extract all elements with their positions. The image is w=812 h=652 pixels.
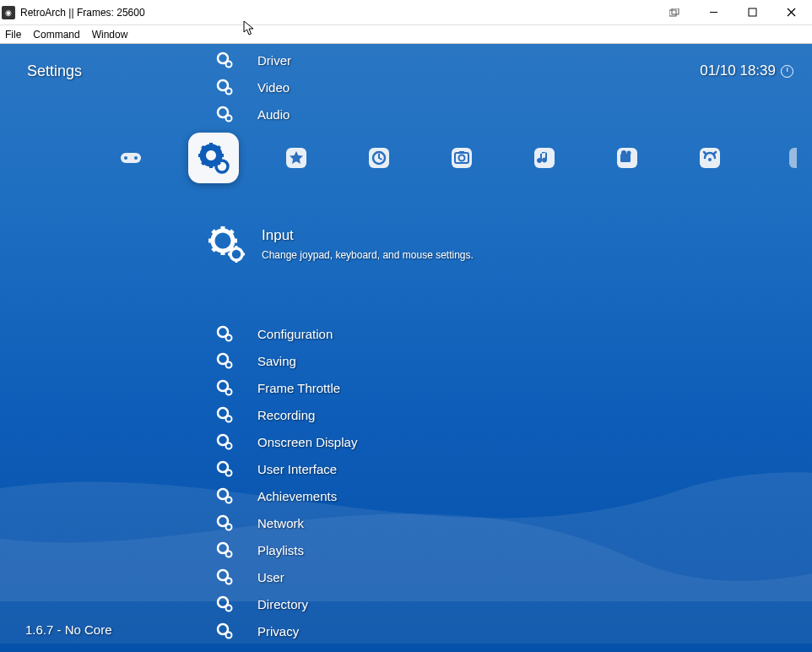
- svg-point-39: [226, 89, 232, 95]
- menu-item-onscreen-display[interactable]: Onscreen Display: [215, 431, 357, 453]
- svg-point-73: [226, 551, 232, 557]
- menu-item-label: User: [257, 570, 284, 584]
- svg-rect-45: [208, 239, 214, 243]
- gear-icon: [215, 405, 234, 424]
- svg-point-41: [226, 116, 232, 122]
- menu-item-video[interactable]: Video: [215, 76, 291, 98]
- svg-point-75: [226, 579, 232, 584]
- svg-point-59: [226, 362, 232, 368]
- gear-icon: [215, 78, 234, 96]
- tab-favorites[interactable]: [284, 145, 309, 171]
- svg-rect-54: [228, 253, 231, 256]
- svg-point-51: [230, 248, 242, 260]
- svg-rect-52: [235, 246, 238, 249]
- menu-item-label: Audio: [257, 107, 290, 122]
- menu-item-label: User Interface: [257, 462, 337, 476]
- menu-item-label: Achievements: [257, 489, 337, 503]
- settings-list-above: Driver Video Audio: [215, 49, 291, 125]
- gear-icon: [215, 51, 234, 69]
- svg-rect-27: [459, 151, 464, 154]
- tab-row: [118, 145, 805, 171]
- menu-item-configuration[interactable]: Configuration: [215, 323, 357, 345]
- app-icon: ◉: [2, 6, 15, 19]
- tab-music[interactable]: [532, 145, 557, 171]
- menu-item-frame-throttle[interactable]: Frame Throttle: [215, 377, 357, 399]
- svg-rect-6: [121, 153, 141, 163]
- menu-item-privacy[interactable]: Privacy: [215, 620, 357, 642]
- tab-settings[interactable]: [188, 133, 239, 183]
- svg-rect-55: [241, 253, 245, 256]
- menu-item-network[interactable]: Network: [215, 512, 357, 534]
- version-text: 1.6.7 - No Core: [25, 622, 112, 637]
- svg-point-37: [226, 62, 232, 68]
- close-button[interactable]: [771, 0, 810, 25]
- menu-item-saving[interactable]: Saving: [215, 350, 357, 372]
- gear-icon: [215, 432, 234, 451]
- tab-images[interactable]: [449, 145, 474, 171]
- menu-item-directory[interactable]: Directory: [215, 593, 357, 615]
- menu-item-label: Playlists: [257, 543, 304, 557]
- menu-item-label: Video: [257, 80, 290, 95]
- selected-item-title: Input: [262, 227, 474, 244]
- svg-point-69: [226, 497, 232, 503]
- svg-rect-44: [221, 250, 225, 255]
- tab-netplay[interactable]: [697, 145, 723, 171]
- svg-rect-11: [209, 143, 213, 147]
- svg-point-65: [226, 443, 232, 449]
- tab-main-menu[interactable]: [118, 145, 143, 171]
- menu-item-driver[interactable]: Driver: [215, 49, 291, 71]
- menu-item-label: Onscreen Display: [257, 435, 357, 449]
- menu-item-input-selected[interactable]: Input Change joypad, keyboard, and mouse…: [208, 225, 474, 264]
- window-title: RetroArch || Frames: 25600: [20, 7, 145, 19]
- gear-icon: [215, 378, 234, 397]
- svg-point-63: [226, 416, 232, 422]
- menu-item-user-interface[interactable]: User Interface: [215, 458, 357, 480]
- maximize-button[interactable]: [733, 0, 771, 25]
- clock-icon: [781, 65, 793, 78]
- settings-list-below: Configuration Saving Frame Throttle Reco…: [215, 323, 357, 642]
- menu-command[interactable]: Command: [33, 29, 79, 41]
- window-titlebar: ◉ RetroArch || Frames: 25600: [0, 0, 812, 25]
- gear-icon: [215, 105, 234, 123]
- svg-rect-14: [219, 154, 224, 157]
- svg-point-31: [621, 150, 626, 155]
- menu-item-label: Recording: [257, 408, 315, 422]
- menu-item-label: Configuration: [257, 327, 333, 341]
- clock: 01/10 18:39: [700, 62, 793, 79]
- tab-history[interactable]: [366, 145, 392, 171]
- menu-window[interactable]: Window: [92, 29, 128, 41]
- menu-file[interactable]: File: [5, 29, 21, 41]
- svg-point-34: [708, 158, 712, 161]
- menu-item-recording[interactable]: Recording: [215, 404, 357, 426]
- svg-point-32: [627, 151, 631, 155]
- gear-icon: [215, 622, 234, 640]
- menu-item-label: Directory: [257, 597, 308, 611]
- tab-video[interactable]: [614, 145, 640, 171]
- selected-item-subtitle: Change joypad, keyboard, and mouse setti…: [262, 249, 474, 261]
- svg-rect-1: [672, 8, 679, 14]
- svg-rect-13: [198, 154, 203, 157]
- minimize-button[interactable]: [694, 0, 733, 25]
- svg-rect-0: [669, 10, 676, 16]
- svg-rect-30: [620, 154, 631, 162]
- svg-point-8: [134, 156, 138, 160]
- menu-item-audio[interactable]: Audio: [215, 103, 291, 125]
- gear-icon: [215, 459, 234, 478]
- gear-icon: [215, 351, 234, 370]
- gear-icon: [215, 568, 234, 586]
- svg-rect-35: [789, 148, 797, 168]
- page-title: Settings: [27, 62, 82, 80]
- restore-down-icon[interactable]: [655, 0, 694, 25]
- menu-item-achievements[interactable]: Achievements: [215, 485, 357, 507]
- clock-text: 01/10 18:39: [700, 62, 776, 79]
- menu-item-label: Frame Throttle: [257, 381, 340, 395]
- svg-rect-46: [232, 239, 237, 243]
- menu-item-label: Saving: [257, 354, 296, 368]
- gear-icon-large: [208, 225, 246, 264]
- tab-extra[interactable]: [780, 145, 805, 171]
- menu-item-playlists[interactable]: Playlists: [215, 539, 357, 561]
- menu-item-label: Network: [257, 516, 304, 530]
- menu-item-user[interactable]: User: [215, 566, 357, 588]
- menu-item-label: Privacy: [257, 624, 299, 638]
- svg-rect-53: [235, 259, 238, 263]
